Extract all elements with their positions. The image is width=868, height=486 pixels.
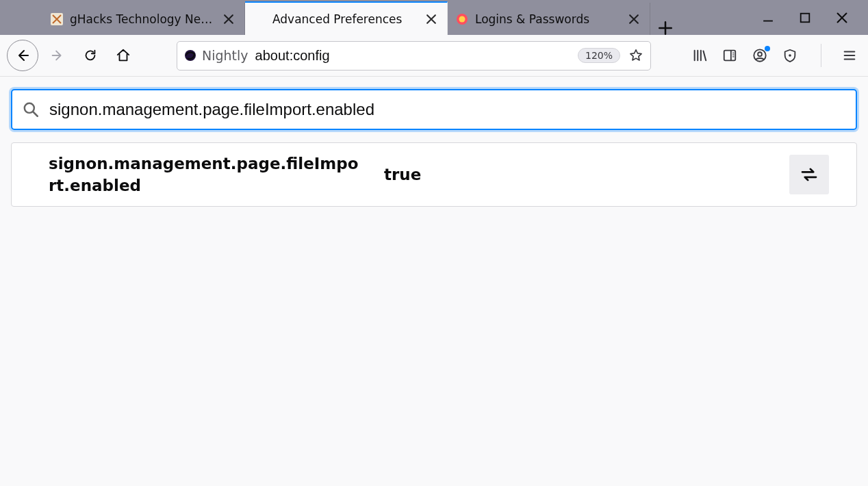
window-controls bbox=[746, 0, 868, 35]
pref-value: true bbox=[384, 166, 769, 183]
tab-logins-passwords[interactable]: Logins & Passwords bbox=[448, 3, 650, 35]
config-search-row bbox=[11, 89, 857, 130]
app-menu-button[interactable] bbox=[841, 47, 858, 64]
pref-row: signon.management.page.fileImport.enable… bbox=[11, 142, 857, 207]
ublock-shield-icon[interactable] bbox=[781, 47, 799, 64]
svg-rect-3 bbox=[801, 13, 810, 22]
url-bar[interactable]: Nightly 120% bbox=[177, 41, 651, 71]
tab-title: gHacks Technology News bbox=[70, 12, 214, 26]
lockwise-favicon bbox=[456, 13, 468, 25]
svg-point-8 bbox=[789, 54, 791, 57]
tab-title: Advanced Preferences bbox=[272, 12, 417, 26]
ghacks-favicon bbox=[51, 13, 63, 25]
home-button[interactable] bbox=[110, 42, 137, 69]
firefox-nightly-icon bbox=[184, 49, 196, 62]
toggle-pref-button[interactable] bbox=[789, 155, 829, 194]
tab-bar: gHacks Technology News Advanced Preferen… bbox=[0, 0, 746, 35]
maximize-button[interactable] bbox=[798, 11, 812, 25]
svg-rect-5 bbox=[724, 51, 736, 61]
identity-label: Nightly bbox=[202, 48, 248, 63]
svg-point-7 bbox=[758, 52, 762, 56]
tab-advanced-preferences[interactable]: Advanced Preferences bbox=[245, 1, 448, 35]
forward-button[interactable] bbox=[44, 42, 71, 69]
svg-point-2 bbox=[459, 16, 465, 22]
sidebar-icon[interactable] bbox=[721, 47, 739, 64]
toggle-arrows-icon bbox=[799, 164, 819, 185]
account-icon[interactable] bbox=[751, 47, 769, 64]
tab-title: Logins & Passwords bbox=[475, 12, 620, 26]
minimize-button[interactable] bbox=[761, 11, 775, 25]
bookmark-star-icon[interactable] bbox=[627, 47, 645, 64]
close-icon[interactable] bbox=[424, 12, 439, 27]
toolbar-divider bbox=[821, 44, 821, 67]
blank-favicon bbox=[253, 13, 266, 25]
tab-ghacks[interactable]: gHacks Technology News bbox=[42, 3, 245, 35]
window-close-button[interactable] bbox=[835, 11, 849, 25]
search-icon bbox=[22, 101, 40, 118]
about-config-page: signon.management.page.fileImport.enable… bbox=[0, 77, 868, 219]
identity-box[interactable]: Nightly bbox=[184, 48, 248, 63]
url-input[interactable] bbox=[255, 48, 571, 64]
library-icon[interactable] bbox=[691, 47, 709, 64]
config-search-input[interactable] bbox=[49, 100, 846, 119]
close-icon[interactable] bbox=[626, 12, 641, 27]
titlebar: gHacks Technology News Advanced Preferen… bbox=[0, 0, 868, 35]
back-button[interactable] bbox=[7, 40, 38, 71]
new-tab-button[interactable] bbox=[650, 21, 680, 35]
pref-name: signon.management.page.fileImport.enable… bbox=[49, 153, 363, 196]
nav-toolbar: Nightly 120% bbox=[0, 35, 868, 77]
reload-button[interactable] bbox=[77, 42, 104, 69]
close-icon[interactable] bbox=[221, 12, 236, 27]
zoom-badge[interactable]: 120% bbox=[578, 48, 620, 63]
toolbar-icons bbox=[656, 44, 858, 67]
